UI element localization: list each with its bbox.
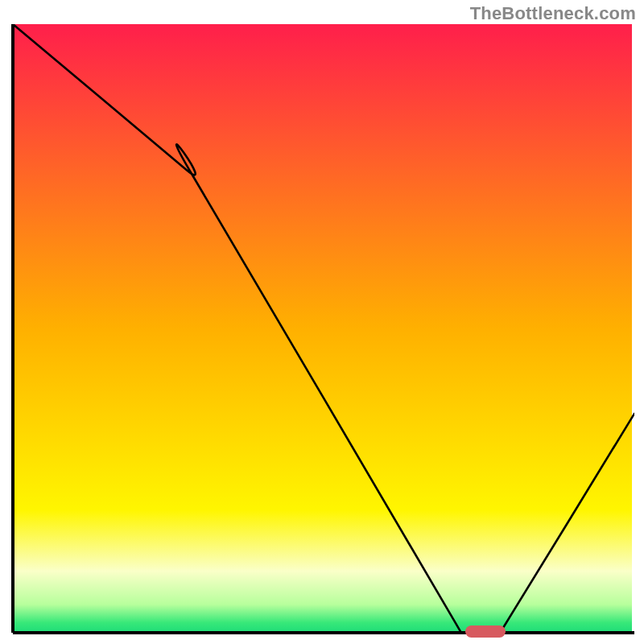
bottleneck-curve	[13, 24, 634, 634]
plot-area	[11, 24, 634, 634]
chart-container: TheBottleneck.com	[0, 0, 644, 644]
chart-svg	[11, 24, 634, 634]
optimal-range-marker	[465, 625, 506, 638]
watermark-label: TheBottleneck.com	[470, 3, 636, 24]
